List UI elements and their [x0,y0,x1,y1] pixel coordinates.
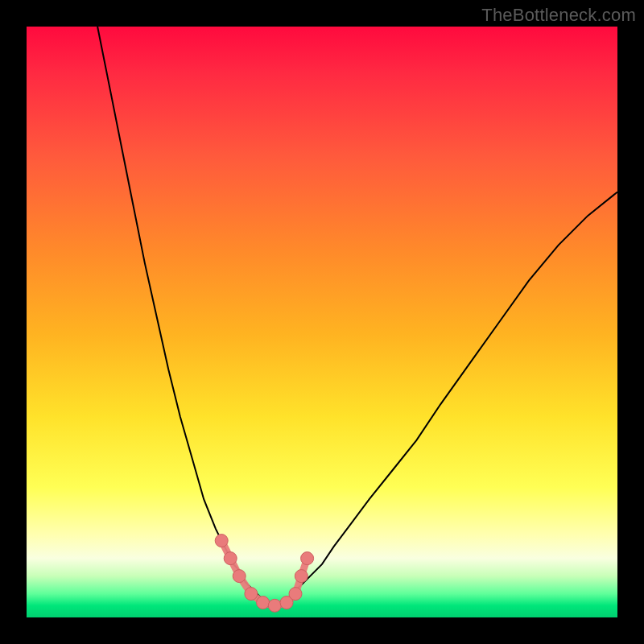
marker-point [289,588,302,601]
marker-point [268,599,281,612]
marker-group [215,535,313,613]
left-curve [97,27,275,605]
chart-frame: TheBottleneck.com [0,0,644,644]
marker-point [224,552,237,565]
marker-point [245,588,258,601]
marker-point [257,597,270,609]
marker-point [233,570,246,583]
right-curve [275,192,617,606]
chart-svg [27,27,617,617]
marker-point [215,535,228,547]
watermark-text: TheBottleneck.com [481,5,636,26]
marker-point [295,570,308,583]
plot-area [27,27,617,617]
marker-point [301,552,314,565]
